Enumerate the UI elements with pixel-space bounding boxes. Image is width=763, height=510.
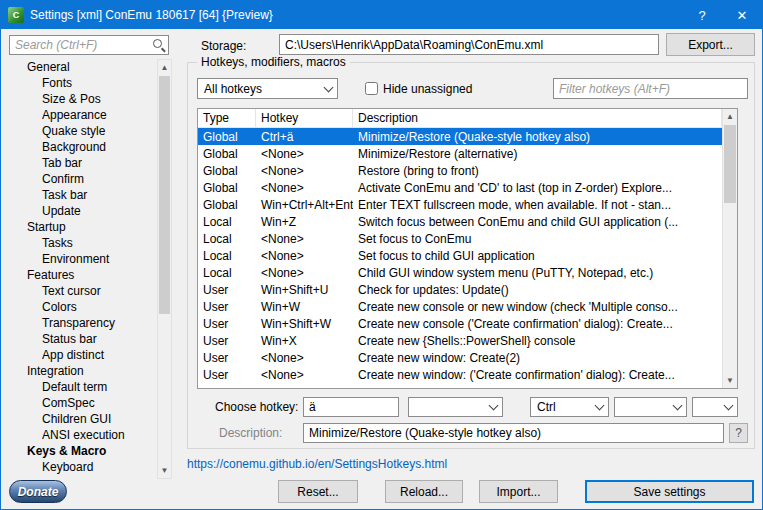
hotkey-cell-hotkey: Win+Z: [256, 215, 353, 229]
save-settings-button[interactable]: Save settings: [585, 480, 754, 503]
hotkey-row[interactable]: User<None>Create new window: Create(2): [198, 349, 722, 366]
settings-docs-link[interactable]: https://conemu.github.io/en/SettingsHotk…: [187, 457, 447, 471]
hotkey-cell-hotkey: <None>: [256, 181, 353, 195]
donate-button[interactable]: Donate: [9, 480, 67, 503]
tree-item-size-pos[interactable]: Size & Pos: [9, 91, 156, 107]
tree-item-app-distinct[interactable]: App distinct: [9, 347, 156, 363]
description-help-button[interactable]: ?: [729, 423, 748, 443]
tree-item-startup[interactable]: Startup: [9, 219, 156, 235]
hotkey-cell-hotkey: Win+Shift+U: [256, 283, 353, 297]
tree-scrollbar[interactable]: ▲ ▼: [157, 59, 172, 479]
tree-item-confirm[interactable]: Confirm: [9, 171, 156, 187]
column-header-description[interactable]: Description: [353, 109, 722, 127]
hotkey-row[interactable]: UserWin+Shift+WCreate new console ('Crea…: [198, 315, 722, 332]
tree-item-text-cursor[interactable]: Text cursor: [9, 283, 156, 299]
hotkey-row[interactable]: LocalWin+ZSwitch focus between ConEmu an…: [198, 213, 722, 230]
hotkey-row[interactable]: Global<None>Activate ConEmu and 'CD' to …: [198, 179, 722, 196]
hotkey-row[interactable]: UserWin+WCreate new console or new windo…: [198, 298, 722, 315]
scroll-up-icon[interactable]: ▲: [723, 109, 737, 124]
scroll-down-icon[interactable]: ▼: [158, 463, 171, 478]
tree-item-features[interactable]: Features: [9, 267, 156, 283]
hide-unassigned-checkbox[interactable]: [365, 82, 378, 95]
tree-item-general[interactable]: General: [9, 59, 156, 75]
settings-tree: GeneralFontsSize & PosAppearanceQuake st…: [9, 59, 156, 479]
scrollbar-thumb[interactable]: [724, 125, 736, 203]
tree-item-tasks[interactable]: Tasks: [9, 235, 156, 251]
scroll-up-icon[interactable]: ▲: [158, 60, 171, 75]
settings-window: C Settings [xml] ConEmu 180617 [64] {Pre…: [0, 0, 763, 510]
hotkey-scope-combo[interactable]: All hotkeys: [197, 78, 338, 99]
hotkey-row[interactable]: Global<None>Minimize/Restore (alternativ…: [198, 145, 722, 162]
tree-item-default-term[interactable]: Default term: [9, 379, 156, 395]
tree-item-keys-macro[interactable]: Keys & Macro: [9, 443, 156, 459]
modifier3-combo[interactable]: [692, 397, 738, 417]
modifier2-combo[interactable]: [614, 397, 687, 417]
storage-path-field[interactable]: [279, 34, 659, 55]
tree-item-comspec[interactable]: ComSpec: [9, 395, 156, 411]
chevron-down-icon: [719, 398, 737, 416]
modifier1-combo[interactable]: Ctrl: [530, 397, 609, 417]
hotkey-row[interactable]: UserWin+XCreate new {Shells::PowerShell}…: [198, 332, 722, 349]
help-button[interactable]: ?: [682, 1, 722, 29]
hotkey-cell-description: Switch focus between ConEmu and child GU…: [353, 215, 722, 229]
tree-item-update[interactable]: Update: [9, 203, 156, 219]
hotkey-cell-type: Local: [198, 266, 256, 280]
hotkey-key-field[interactable]: [303, 397, 399, 417]
hotkey-row[interactable]: Global<None>Restore (bring to front): [198, 162, 722, 179]
hotkey-row[interactable]: GlobalCtrl+äMinimize/Restore (Quake-styl…: [198, 128, 722, 145]
hotkey-cell-description: Create new window: Create(2): [353, 351, 722, 365]
description-field[interactable]: [303, 423, 724, 443]
column-header-hotkey[interactable]: Hotkey: [256, 109, 353, 127]
hotkey-cell-type: Global: [198, 181, 256, 195]
hotkey-filter-input[interactable]: [553, 78, 748, 99]
hotkey-row[interactable]: Local<None>Child GUI window system menu …: [198, 264, 722, 281]
tree-item-keyboard[interactable]: Keyboard: [9, 459, 156, 475]
titlebar: C Settings [xml] ConEmu 180617 [64] {Pre…: [1, 1, 762, 29]
hotkey-cell-type: Global: [198, 130, 256, 144]
combo-value: Ctrl: [531, 400, 590, 414]
reload-button[interactable]: Reload...: [385, 480, 463, 503]
tree-item-status-bar[interactable]: Status bar: [9, 331, 156, 347]
export-button[interactable]: Export...: [666, 33, 755, 56]
tree-item-fonts[interactable]: Fonts: [9, 75, 156, 91]
combo-value: All hotkeys: [198, 82, 319, 96]
conemu-app-icon: C: [8, 7, 24, 23]
hotkey-cell-type: User: [198, 283, 256, 297]
table-header: Type Hotkey Description: [198, 109, 722, 128]
table-scrollbar[interactable]: ▲ ▼: [722, 109, 737, 388]
search-input[interactable]: [9, 35, 169, 55]
hotkey-row[interactable]: Local<None>Set focus to child GUI applic…: [198, 247, 722, 264]
scroll-down-icon[interactable]: ▼: [723, 373, 737, 388]
hotkey-cell-type: User: [198, 351, 256, 365]
tree-item-tab-bar[interactable]: Tab bar: [9, 155, 156, 171]
close-button[interactable]: ✕: [722, 1, 762, 29]
hotkey-cell-description: Enter TEXT fullscreen mode, when availab…: [353, 198, 722, 212]
reset-button[interactable]: Reset...: [278, 480, 358, 503]
hotkey-cell-description: Set focus to child GUI application: [353, 249, 722, 263]
chevron-down-icon: [319, 79, 337, 98]
tree-item-children-gui[interactable]: Children GUI: [9, 411, 156, 427]
column-header-type[interactable]: Type: [198, 109, 256, 127]
tree-item-task-bar[interactable]: Task bar: [9, 187, 156, 203]
hotkey-cell-type: Global: [198, 198, 256, 212]
tree-item-appearance[interactable]: Appearance: [9, 107, 156, 123]
tree-item-colors[interactable]: Colors: [9, 299, 156, 315]
hotkey-row[interactable]: Local<None>Set focus to ConEmu: [198, 230, 722, 247]
tree-item-environment[interactable]: Environment: [9, 251, 156, 267]
storage-label: Storage:: [201, 39, 246, 53]
hotkey-row[interactable]: UserWin+Shift+UCheck for updates: Update…: [198, 281, 722, 298]
hotkey-cell-type: User: [198, 368, 256, 382]
hotkey-row[interactable]: GlobalWin+Ctrl+Alt+EnterEnter TEXT fulls…: [198, 196, 722, 213]
scrollbar-thumb[interactable]: [159, 76, 170, 314]
hotkey-cell-description: Check for updates: Update(): [353, 283, 722, 297]
hotkey-row[interactable]: User<None>Create new window: ('Create co…: [198, 366, 722, 383]
tree-item-background[interactable]: Background: [9, 139, 156, 155]
tree-item-integration[interactable]: Integration: [9, 363, 156, 379]
tree-item-transparency[interactable]: Transparency: [9, 315, 156, 331]
import-button[interactable]: Import...: [479, 480, 558, 503]
tree-item-ansi-execution[interactable]: ANSI execution: [9, 427, 156, 443]
tree-item-quake-style[interactable]: Quake style: [9, 123, 156, 139]
hotkey-table: Type Hotkey Description GlobalCtrl+äMini…: [197, 108, 738, 389]
hotkey-key-combo[interactable]: [408, 397, 503, 417]
hotkey-cell-type: Local: [198, 215, 256, 229]
